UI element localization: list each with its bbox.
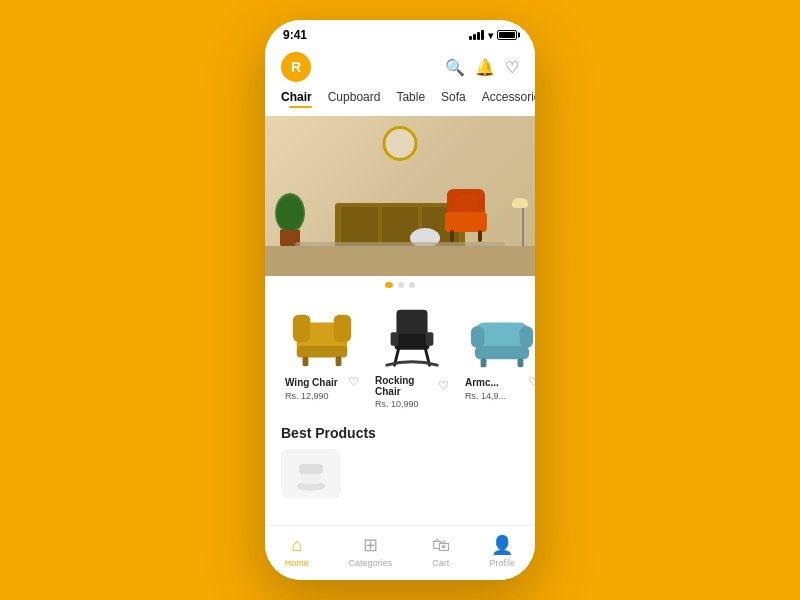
nav-profile-label: Profile <box>490 558 516 568</box>
nav-cart[interactable]: 🛍 Cart <box>432 535 450 568</box>
svg-rect-18 <box>471 326 485 347</box>
wing-chair-price: Rs. 12,990 <box>285 391 359 401</box>
arm-chair-name: Armc... ♡ <box>465 375 535 389</box>
category-chair[interactable]: Chair <box>281 90 320 108</box>
rocking-chair-wishlist[interactable]: ♡ <box>438 379 449 393</box>
battery-icon <box>497 30 517 40</box>
home-icon: ⌂ <box>291 535 302 556</box>
profile-icon: 👤 <box>491 534 513 556</box>
svg-rect-20 <box>475 346 529 360</box>
svg-rect-6 <box>293 315 311 342</box>
product-card-wing-chair[interactable]: Wing Chair ♡ Rs. 12,990 <box>277 300 367 417</box>
logo[interactable]: R <box>281 52 311 82</box>
category-table[interactable]: Table <box>388 90 433 108</box>
banner-dots <box>265 276 535 292</box>
svg-rect-11 <box>396 310 427 337</box>
search-icon[interactable]: 🔍 <box>445 58 465 77</box>
svg-rect-8 <box>297 346 348 358</box>
dot-2[interactable] <box>398 282 404 288</box>
nav-categories[interactable]: ⊞ Categories <box>349 534 393 568</box>
product-card-rocking-chair[interactable]: Rocking Chair ♡ Rs. 10,990 <box>367 300 457 417</box>
product-card-arm-chair[interactable]: Armc... ♡ Rs. 14,9... <box>457 300 535 417</box>
status-time: 9:41 <box>283 28 307 42</box>
svg-rect-25 <box>299 464 323 474</box>
status-bar: 9:41 ▾ <box>265 20 535 46</box>
lamp-decor <box>519 208 527 248</box>
dot-3[interactable] <box>409 282 415 288</box>
arm-chair-image <box>467 304 535 369</box>
svg-rect-2 <box>450 230 454 242</box>
svg-rect-21 <box>481 358 487 367</box>
arm-chair-wishlist[interactable]: ♡ <box>528 375 535 389</box>
header: R 🔍 🔔 ♡ <box>265 46 535 90</box>
category-accessories[interactable]: Accessories <box>474 90 535 108</box>
hero-scene <box>265 116 535 276</box>
category-cupboard[interactable]: Cupboard <box>320 90 389 108</box>
svg-rect-15 <box>391 332 399 346</box>
best-product-item-1[interactable] <box>281 449 341 499</box>
nav-home[interactable]: ⌂ Home <box>285 535 309 568</box>
wifi-icon: ▾ <box>488 30 493 41</box>
svg-rect-9 <box>303 356 309 366</box>
orange-chair-decor <box>442 184 497 248</box>
signal-icon <box>469 30 484 40</box>
svg-rect-16 <box>426 332 434 346</box>
mirror-decor <box>383 126 418 161</box>
svg-rect-3 <box>478 230 482 242</box>
cart-icon: 🛍 <box>432 535 450 556</box>
status-icons: ▾ <box>469 30 517 41</box>
svg-rect-10 <box>336 356 342 366</box>
nav-categories-label: Categories <box>349 558 393 568</box>
wishlist-icon[interactable]: ♡ <box>505 58 519 77</box>
notification-icon[interactable]: 🔔 <box>475 58 495 77</box>
dot-1[interactable] <box>385 282 393 288</box>
svg-rect-1 <box>445 212 487 232</box>
category-nav: Chair Cupboard Table Sofa Accessories <box>265 90 535 116</box>
svg-point-4 <box>454 194 478 210</box>
hero-banner <box>265 116 535 276</box>
header-icons: 🔍 🔔 ♡ <box>445 58 519 77</box>
bottom-nav: ⌂ Home ⊞ Categories 🛍 Cart 👤 Profile <box>265 525 535 580</box>
nav-cart-label: Cart <box>432 558 449 568</box>
categories-icon: ⊞ <box>363 534 378 556</box>
phone-frame: 9:41 ▾ R 🔍 🔔 ♡ Chair Cupboard Tab <box>265 20 535 580</box>
nav-profile[interactable]: 👤 Profile <box>490 534 516 568</box>
wing-chair-name: Wing Chair ♡ <box>285 375 359 389</box>
products-row: Wing Chair ♡ Rs. 12,990 <box>265 292 535 417</box>
rug-decor <box>295 242 505 248</box>
svg-rect-22 <box>518 358 524 367</box>
svg-rect-12 <box>395 334 430 350</box>
svg-rect-19 <box>520 326 534 347</box>
floor-decor <box>265 246 535 276</box>
category-sofa[interactable]: Sofa <box>433 90 474 108</box>
best-products-title: Best Products <box>265 417 535 445</box>
best-products-row <box>265 445 535 507</box>
rocking-chair-price: Rs. 10,990 <box>375 399 449 409</box>
arm-chair-price: Rs. 14,9... <box>465 391 535 401</box>
wing-chair-wishlist[interactable]: ♡ <box>348 375 359 389</box>
svg-rect-7 <box>334 315 352 342</box>
nav-home-label: Home <box>285 558 309 568</box>
rocking-chair-name: Rocking Chair ♡ <box>375 375 449 397</box>
wing-chair-image <box>287 304 357 369</box>
products-section: Wing Chair ♡ Rs. 12,990 <box>265 292 535 525</box>
rocking-chair-image <box>377 304 447 369</box>
